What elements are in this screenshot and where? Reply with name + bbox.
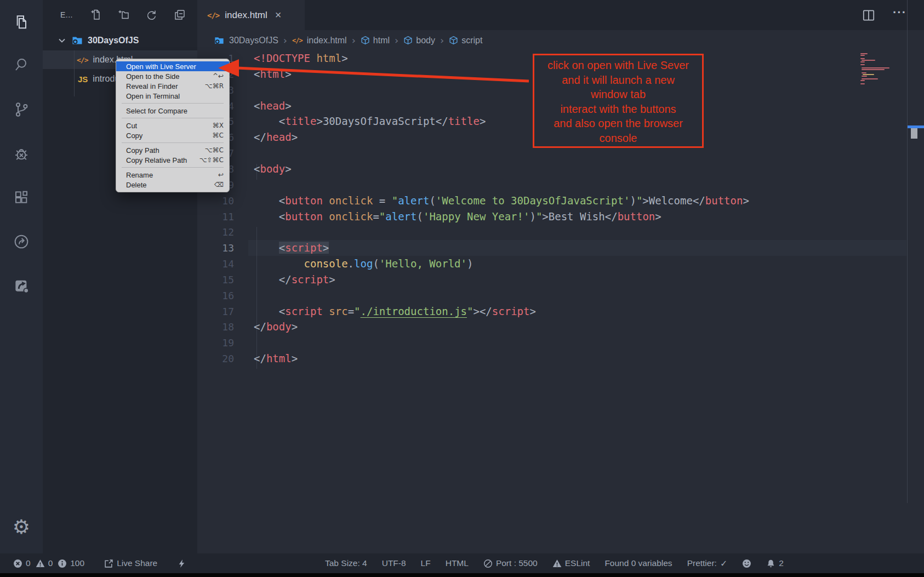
line-number: 19 — [197, 335, 234, 351]
breadcrumb-item-script[interactable]: script — [461, 36, 482, 45]
more-actions-icon[interactable]: ··· — [893, 5, 906, 20]
annotation-text-line: console — [534, 131, 702, 146]
code-line[interactable]: 14 console.log('Hello, World') — [197, 256, 924, 272]
explorer-header: E... — [43, 0, 197, 30]
smiley-icon — [742, 559, 751, 568]
info-icon — [58, 559, 67, 568]
extensions-icon[interactable] — [10, 187, 32, 209]
check-icon: ✓ — [720, 558, 727, 569]
annotation-text-line: click on open with Live Sever — [534, 58, 702, 73]
code-line[interactable]: 20</html> — [197, 351, 924, 367]
warning-icon — [36, 559, 45, 568]
minimap-line — [860, 80, 865, 81]
breadcrumb-item-folder[interactable]: 30DaysOfJS — [229, 36, 278, 45]
folder-icon — [71, 35, 83, 46]
chevron-down-icon — [58, 36, 66, 45]
line-number: 18 — [197, 319, 234, 335]
scrollbar-handle[interactable] — [911, 128, 917, 139]
prettier-status[interactable]: Prettier: ✓ — [687, 558, 728, 569]
code-line[interactable]: 18</body> — [197, 319, 924, 335]
settings-gear-icon[interactable]: ⚙ — [10, 516, 32, 538]
new-file-icon[interactable] — [89, 8, 104, 22]
code-line[interactable]: 10 <button onclick = "alert('Welcome to … — [197, 193, 924, 209]
line-number: 15 — [197, 272, 234, 288]
folder-icon — [214, 36, 225, 45]
menu-item-cut[interactable]: Cut⌘X — [116, 121, 229, 130]
lightning-status-icon[interactable] — [177, 559, 186, 568]
problems-errors[interactable]: 0 — [13, 558, 31, 568]
search-icon[interactable] — [10, 54, 32, 76]
explorer-title: E... — [60, 10, 73, 19]
problems-info[interactable]: 100 — [58, 558, 84, 568]
code-line[interactable]: 19 — [197, 335, 924, 351]
minimap-line — [860, 53, 868, 54]
menu-item-copy-relative-path[interactable]: Copy Relative Path⌥⇧⌘C — [116, 155, 229, 165]
tab-size-indicator[interactable]: Tab Size: 4 — [325, 558, 367, 568]
code-line[interactable]: 17 <script src="./introduction.js"></scr… — [197, 304, 924, 319]
annotation-text-line: interact with the buttons — [534, 102, 702, 117]
breadcrumb-separator: › — [352, 35, 356, 46]
split-editor-icon[interactable] — [862, 8, 876, 22]
variables-found-status[interactable]: Found 0 variables — [604, 558, 672, 568]
line-number: 14 — [197, 256, 234, 272]
scrollbar-divider — [907, 0, 908, 503]
eslint-status[interactable]: ESLint — [552, 558, 590, 568]
menu-item-select-for-compare[interactable]: Select for Compare — [116, 106, 229, 116]
html-file-icon: </> — [292, 37, 303, 44]
breadcrumb-item-html[interactable]: html — [373, 36, 390, 45]
code-line[interactable]: 9 — [197, 177, 924, 193]
code-line[interactable]: 12 — [197, 224, 924, 240]
run-debug-icon[interactable] — [10, 143, 32, 165]
line-number: 20 — [197, 351, 234, 367]
menu-item-open-in-terminal[interactable]: Open in Terminal — [116, 91, 229, 101]
breadcrumb: 30DaysOfJS › </> index.html › html › bod… — [197, 30, 924, 50]
menu-item-rename[interactable]: Rename↩ — [116, 170, 229, 180]
code-line[interactable]: 16 — [197, 288, 924, 304]
live-share-icon[interactable] — [10, 231, 32, 253]
minimap-line — [860, 58, 865, 59]
minimap-line — [862, 69, 885, 70]
menu-item-copy-path[interactable]: Copy Path⌥⌘C — [116, 145, 229, 155]
line-number: 13 — [197, 240, 234, 256]
breadcrumb-item-file[interactable]: index.html — [307, 36, 347, 45]
menu-item-copy[interactable]: Copy⌘C — [116, 130, 229, 140]
close-tab-icon[interactable]: × — [275, 9, 282, 21]
minimap-line — [862, 60, 875, 61]
encoding-indicator[interactable]: UTF-8 — [382, 558, 406, 568]
menu-item-reveal-in-finder[interactable]: Reveal in Finder⌥⌘R — [116, 81, 229, 91]
minimap-line — [862, 67, 889, 68]
code-line[interactable]: 13 <script> — [197, 240, 924, 256]
feedback-smiley[interactable] — [742, 559, 751, 568]
code-line[interactable]: 8<body> — [197, 161, 924, 177]
line-number: 12 — [197, 224, 234, 240]
html-file-icon: </> — [207, 11, 219, 20]
code-line[interactable]: 15 </script> — [197, 272, 924, 288]
menu-separator — [122, 103, 224, 104]
line-number: 11 — [197, 209, 234, 225]
source-control-icon[interactable] — [10, 99, 32, 121]
code-line[interactable]: 11 <button onclick="alert('Happy New Yea… — [197, 209, 924, 225]
minimap-line — [860, 83, 865, 84]
collapse-folders-icon[interactable] — [173, 8, 187, 22]
notifications-bell[interactable]: 2 — [766, 558, 784, 568]
line-number: 17 — [197, 304, 234, 319]
tab-index-html[interactable]: </> index.html × — [197, 0, 305, 30]
language-indicator[interactable]: HTML — [446, 558, 469, 568]
menu-separator — [122, 118, 224, 118]
new-folder-icon[interactable] — [117, 8, 131, 22]
menu-item-open-to-the-side[interactable]: Open to the Side^↩ — [116, 71, 229, 81]
live-server-port[interactable]: Port : 5500 — [483, 558, 538, 568]
symbol-cube-icon — [361, 36, 370, 45]
folder-row-30daysofjs[interactable]: 30DaysOfJS — [43, 31, 197, 50]
line-number: 16 — [197, 288, 234, 304]
menu-item-open-with-live-server[interactable]: Open with Live Server — [116, 61, 229, 71]
menu-item-delete[interactable]: Delete⌫ — [116, 180, 229, 190]
problems-warnings[interactable]: 0 — [36, 558, 53, 568]
eol-indicator[interactable]: LF — [421, 558, 431, 568]
menu-separator — [122, 142, 224, 143]
live-share-status[interactable]: Live Share — [104, 558, 157, 568]
share-extension-icon[interactable] — [10, 275, 32, 296]
explorer-icon[interactable] — [10, 11, 32, 33]
breadcrumb-item-body[interactable]: body — [416, 36, 435, 45]
refresh-icon[interactable] — [145, 8, 159, 22]
